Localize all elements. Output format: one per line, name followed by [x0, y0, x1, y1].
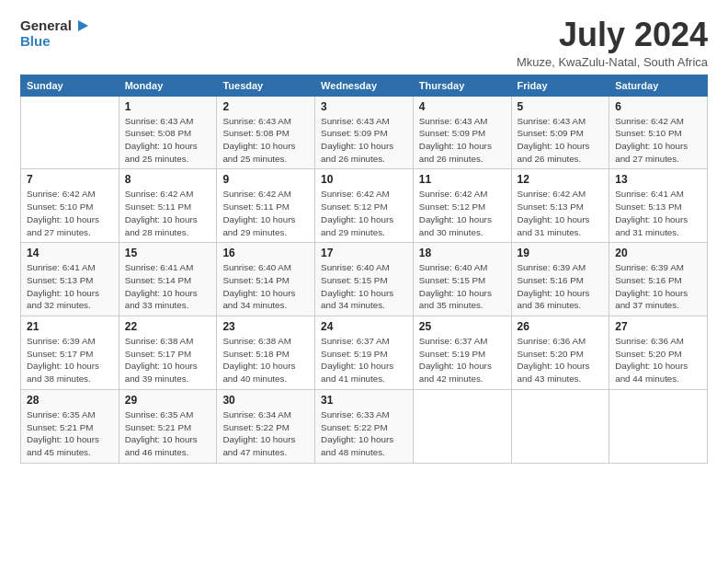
day-info: Sunrise: 6:42 AMSunset: 5:10 PMDaylight:… [615, 115, 701, 166]
day-number: 15 [125, 247, 211, 259]
day-info: Sunrise: 6:37 AMSunset: 5:19 PMDaylight:… [321, 335, 407, 385]
calendar-cell: 10Sunrise: 6:42 AMSunset: 5:12 PMDayligh… [315, 169, 414, 243]
col-header-wednesday: Wednesday [315, 75, 414, 96]
calendar-cell: 30Sunrise: 6:34 AMSunset: 5:22 PMDayligh… [217, 389, 315, 463]
day-info: Sunrise: 6:36 AMSunset: 5:20 PMDaylight:… [615, 335, 701, 385]
day-number: 14 [27, 247, 113, 259]
calendar-cell [21, 96, 119, 169]
calendar-cell: 13Sunrise: 6:41 AMSunset: 5:13 PMDayligh… [609, 169, 708, 243]
day-number: 6 [615, 100, 701, 113]
calendar-cell: 25Sunrise: 6:37 AMSunset: 5:19 PMDayligh… [413, 316, 511, 390]
day-info: Sunrise: 6:42 AMSunset: 5:10 PMDaylight:… [27, 188, 113, 238]
calendar-week-4: 28Sunrise: 6:35 AMSunset: 5:21 PMDayligh… [21, 389, 708, 463]
calendar-cell: 19Sunrise: 6:39 AMSunset: 5:16 PMDayligh… [511, 243, 609, 316]
page: General Blue July 2024 Mkuze, KwaZulu-Na… [0, 0, 728, 475]
day-number: 27 [615, 320, 701, 333]
calendar-cell: 5Sunrise: 6:43 AMSunset: 5:09 PMDaylight… [511, 96, 609, 169]
day-number: 8 [125, 173, 211, 186]
day-number: 11 [419, 173, 506, 186]
col-header-thursday: Thursday [413, 75, 511, 96]
day-info: Sunrise: 6:41 AMSunset: 5:13 PMDaylight:… [27, 261, 113, 312]
logo-blue: Blue [20, 33, 92, 49]
day-info: Sunrise: 6:41 AMSunset: 5:13 PMDaylight:… [615, 188, 701, 238]
day-number: 23 [222, 320, 309, 333]
day-number: 26 [518, 320, 604, 333]
calendar-cell: 18Sunrise: 6:40 AMSunset: 5:15 PMDayligh… [413, 243, 511, 316]
col-header-monday: Monday [119, 75, 217, 96]
day-info: Sunrise: 6:35 AMSunset: 5:21 PMDaylight:… [125, 408, 211, 459]
svg-marker-0 [78, 20, 88, 31]
calendar-cell: 8Sunrise: 6:42 AMSunset: 5:11 PMDaylight… [119, 169, 217, 243]
day-number: 1 [125, 100, 211, 113]
calendar-table: SundayMondayTuesdayWednesdayThursdayFrid… [20, 75, 708, 464]
day-number: 9 [222, 173, 309, 186]
day-number: 10 [321, 173, 407, 186]
day-info: Sunrise: 6:40 AMSunset: 5:15 PMDaylight:… [419, 261, 506, 312]
calendar-cell: 26Sunrise: 6:36 AMSunset: 5:20 PMDayligh… [511, 316, 609, 390]
day-info: Sunrise: 6:43 AMSunset: 5:09 PMDaylight:… [518, 115, 604, 166]
location-subtitle: Mkuze, KwaZulu-Natal, South Africa [517, 55, 708, 69]
calendar-cell: 22Sunrise: 6:38 AMSunset: 5:17 PMDayligh… [119, 316, 217, 390]
day-info: Sunrise: 6:40 AMSunset: 5:15 PMDaylight:… [321, 261, 407, 312]
day-info: Sunrise: 6:38 AMSunset: 5:17 PMDaylight:… [125, 335, 211, 385]
calendar-cell: 28Sunrise: 6:35 AMSunset: 5:21 PMDayligh… [21, 389, 119, 463]
day-number: 24 [321, 320, 407, 333]
day-info: Sunrise: 6:36 AMSunset: 5:20 PMDaylight:… [518, 335, 604, 385]
day-info: Sunrise: 6:40 AMSunset: 5:14 PMDaylight:… [222, 261, 309, 312]
day-number: 30 [222, 394, 309, 407]
calendar-cell: 23Sunrise: 6:38 AMSunset: 5:18 PMDayligh… [217, 316, 315, 390]
day-info: Sunrise: 6:42 AMSunset: 5:13 PMDaylight:… [518, 188, 604, 238]
calendar-cell: 12Sunrise: 6:42 AMSunset: 5:13 PMDayligh… [511, 169, 609, 243]
day-info: Sunrise: 6:39 AMSunset: 5:16 PMDaylight:… [615, 261, 701, 312]
calendar-cell [413, 389, 511, 463]
day-number: 19 [518, 247, 604, 259]
day-info: Sunrise: 6:43 AMSunset: 5:08 PMDaylight:… [125, 115, 211, 166]
day-number: 2 [222, 100, 309, 113]
calendar-cell: 9Sunrise: 6:42 AMSunset: 5:11 PMDaylight… [217, 169, 315, 243]
calendar-cell: 24Sunrise: 6:37 AMSunset: 5:19 PMDayligh… [315, 316, 414, 390]
col-header-sunday: Sunday [21, 75, 119, 96]
day-number: 22 [125, 320, 211, 333]
calendar-week-3: 21Sunrise: 6:39 AMSunset: 5:17 PMDayligh… [21, 316, 708, 390]
day-info: Sunrise: 6:42 AMSunset: 5:12 PMDaylight:… [321, 188, 407, 238]
calendar-week-2: 14Sunrise: 6:41 AMSunset: 5:13 PMDayligh… [21, 243, 708, 316]
day-number: 20 [615, 247, 701, 259]
day-info: Sunrise: 6:37 AMSunset: 5:19 PMDaylight:… [419, 335, 506, 385]
day-number: 5 [518, 100, 604, 113]
day-number: 3 [321, 100, 407, 113]
day-number: 4 [419, 100, 506, 113]
day-info: Sunrise: 6:35 AMSunset: 5:21 PMDaylight:… [27, 408, 113, 459]
col-header-saturday: Saturday [609, 75, 708, 96]
calendar-cell: 20Sunrise: 6:39 AMSunset: 5:16 PMDayligh… [609, 243, 708, 316]
day-info: Sunrise: 6:39 AMSunset: 5:17 PMDaylight:… [27, 335, 113, 385]
calendar-cell: 16Sunrise: 6:40 AMSunset: 5:14 PMDayligh… [217, 243, 315, 316]
col-header-tuesday: Tuesday [217, 75, 315, 96]
calendar-cell: 6Sunrise: 6:42 AMSunset: 5:10 PMDaylight… [609, 96, 708, 169]
calendar-cell: 2Sunrise: 6:43 AMSunset: 5:08 PMDaylight… [217, 96, 315, 169]
day-number: 25 [419, 320, 506, 333]
day-number: 18 [419, 247, 506, 259]
calendar-week-1: 7Sunrise: 6:42 AMSunset: 5:10 PMDaylight… [21, 169, 708, 243]
day-info: Sunrise: 6:42 AMSunset: 5:11 PMDaylight:… [125, 188, 211, 238]
calendar-cell: 14Sunrise: 6:41 AMSunset: 5:13 PMDayligh… [21, 243, 119, 316]
calendar-cell [511, 389, 609, 463]
calendar-cell: 27Sunrise: 6:36 AMSunset: 5:20 PMDayligh… [609, 316, 708, 390]
calendar-cell: 29Sunrise: 6:35 AMSunset: 5:21 PMDayligh… [119, 389, 217, 463]
logo-arrow-icon [74, 17, 92, 35]
calendar-cell: 7Sunrise: 6:42 AMSunset: 5:10 PMDaylight… [21, 169, 119, 243]
day-number: 28 [27, 394, 113, 407]
calendar-cell: 3Sunrise: 6:43 AMSunset: 5:09 PMDaylight… [315, 96, 414, 169]
logo-text-block: General Blue [20, 17, 92, 49]
day-number: 17 [321, 247, 407, 259]
day-info: Sunrise: 6:33 AMSunset: 5:22 PMDaylight:… [321, 408, 407, 459]
calendar-cell: 17Sunrise: 6:40 AMSunset: 5:15 PMDayligh… [315, 243, 414, 316]
day-info: Sunrise: 6:41 AMSunset: 5:14 PMDaylight:… [125, 261, 211, 312]
calendar-cell: 15Sunrise: 6:41 AMSunset: 5:14 PMDayligh… [119, 243, 217, 316]
day-number: 7 [27, 173, 113, 186]
day-info: Sunrise: 6:39 AMSunset: 5:16 PMDaylight:… [518, 261, 604, 312]
calendar-cell: 31Sunrise: 6:33 AMSunset: 5:22 PMDayligh… [315, 389, 414, 463]
day-info: Sunrise: 6:42 AMSunset: 5:11 PMDaylight:… [222, 188, 309, 238]
day-info: Sunrise: 6:42 AMSunset: 5:12 PMDaylight:… [419, 188, 506, 238]
day-info: Sunrise: 6:43 AMSunset: 5:09 PMDaylight:… [419, 115, 506, 166]
calendar-cell [609, 389, 708, 463]
